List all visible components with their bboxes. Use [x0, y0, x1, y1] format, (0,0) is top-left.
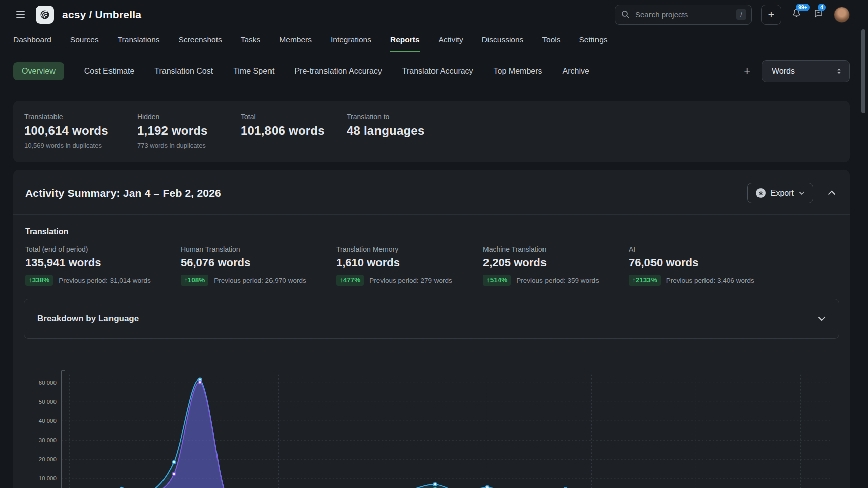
stat-label: Translation Memory [336, 245, 483, 253]
stat-human-translation: Human Translation 56,076 words ↑108% Pre… [181, 245, 336, 286]
stat-value: 1,610 words [336, 256, 483, 269]
stat-value: 101,806 words [241, 124, 347, 138]
top-bar: acsy / Umbrella / + 99+ 4 [0, 0, 868, 29]
nav-tab-discussions[interactable]: Discussions [482, 35, 524, 52]
stat-value: 2,205 words [483, 256, 629, 269]
previous-period: Previous period: 359 words [516, 277, 599, 284]
notifications-button[interactable]: 99+ [790, 7, 803, 22]
menu-icon[interactable] [13, 8, 28, 21]
search-input[interactable] [615, 10, 736, 19]
stat-note: 10,569 words in duplicates [24, 142, 137, 149]
svg-text:60 000: 60 000 [39, 380, 57, 386]
svg-text:10 000: 10 000 [39, 475, 57, 481]
collapse-section-button[interactable] [826, 187, 838, 199]
nav-tab-screenshots[interactable]: Screenshots [179, 35, 222, 52]
breakdown-label: Breakdown by Language [37, 314, 139, 324]
subnav-tab-translation-cost[interactable]: Translation Cost [154, 62, 213, 80]
stat-value: 135,941 words [25, 256, 181, 269]
subnav-tab-time-spent[interactable]: Time Spent [233, 62, 274, 80]
stat-value: 76,050 words [629, 256, 754, 269]
activity-summary-title: Activity Summary: Jan 4 – Feb 2, 2026 [25, 187, 221, 199]
subnav-tab-cost-estimate[interactable]: Cost Estimate [84, 62, 135, 80]
subnav-tab-pretranslation-accuracy[interactable]: Pre-translation Accuracy [294, 62, 382, 80]
topbar-actions: / + 99+ 4 [615, 5, 850, 25]
stat-label: Total [241, 113, 347, 121]
notifications-badge: 99+ [796, 4, 810, 11]
stat-label: Hidden [137, 113, 241, 121]
chevron-down-icon [818, 316, 826, 321]
stat-label: Translation to [347, 113, 424, 121]
nav-tab-settings[interactable]: Settings [579, 35, 608, 52]
chevron-up-icon [828, 190, 836, 195]
delta-badge: ↑514% [483, 275, 511, 286]
subnav-tab-archive[interactable]: Archive [563, 62, 589, 80]
messages-button[interactable]: 4 [812, 7, 825, 22]
svg-text:40 000: 40 000 [39, 418, 57, 424]
stat-value: 48 languages [347, 124, 424, 138]
stat-value: 100,614 words [24, 124, 137, 138]
stat-label: Translatable [24, 113, 137, 121]
subnav-tab-top-members[interactable]: Top Members [494, 62, 542, 80]
unit-select-value: Words [772, 67, 835, 76]
delta-badge: ↑338% [25, 275, 53, 286]
stat-value: 56,076 words [181, 256, 336, 269]
nav-tab-tasks[interactable]: Tasks [241, 35, 261, 52]
translation-stats-row: Total (end of period) 135,941 words ↑338… [13, 236, 850, 286]
export-button[interactable]: Export [747, 183, 813, 203]
stat-machine-translation: Machine Translation 2,205 words ↑514% Pr… [483, 245, 629, 286]
nav-tab-reports[interactable]: Reports [390, 35, 420, 52]
nav-tab-translations[interactable]: Translations [118, 35, 160, 52]
main-nav: Dashboard Sources Translations Screensho… [0, 29, 868, 52]
stat-value: 1,192 words [137, 124, 241, 138]
stat-translation-to: Translation to 48 languages [347, 113, 424, 149]
subnav-tab-translator-accuracy[interactable]: Translator Accuracy [402, 62, 473, 80]
org-logo[interactable] [36, 6, 54, 24]
search-box: / [615, 5, 752, 25]
stat-total-end-of-period: Total (end of period) 135,941 words ↑338… [25, 245, 181, 286]
org-logo-icon [39, 9, 50, 20]
add-report-button[interactable]: + [744, 66, 750, 77]
unit-select[interactable]: Words [762, 60, 850, 82]
activity-summary-card: Activity Summary: Jan 4 – Feb 2, 2026 Ex… [13, 170, 850, 488]
project-title: acsy / Umbrella [62, 9, 141, 21]
page-scrollbar[interactable] [861, 29, 865, 113]
delta-badge: ↑108% [181, 275, 208, 286]
main-content: Translatable 100,614 words 10,569 words … [0, 101, 868, 488]
nav-tab-tools[interactable]: Tools [542, 35, 560, 52]
previous-period: Previous period: 31,014 words [59, 277, 150, 284]
delta-badge: ↑477% [336, 275, 364, 286]
reports-subnav: Overview Cost Estimate Translation Cost … [0, 52, 868, 90]
previous-period: Previous period: 26,970 words [214, 277, 306, 284]
nav-tab-integrations[interactable]: Integrations [331, 35, 371, 52]
stat-label: Human Translation [181, 245, 336, 253]
subnav-tab-overview[interactable]: Overview [13, 62, 64, 80]
subnav-actions: + Words [744, 60, 850, 82]
nav-tab-sources[interactable]: Sources [70, 35, 99, 52]
stat-label: Machine Translation [483, 245, 629, 253]
svg-text:50 000: 50 000 [39, 399, 57, 405]
nav-tab-activity[interactable]: Activity [439, 35, 463, 52]
user-avatar[interactable] [834, 7, 850, 23]
stat-label: AI [629, 245, 754, 253]
messages-badge: 4 [818, 4, 826, 11]
create-button[interactable]: + [761, 5, 781, 25]
translation-section-title: Translation [13, 215, 850, 236]
nav-tab-dashboard[interactable]: Dashboard [13, 35, 51, 52]
search-shortcut-hint: / [736, 9, 746, 20]
download-icon [756, 188, 766, 198]
stat-ai: AI 76,050 words ↑2133% Previous period: … [629, 245, 754, 286]
caret-down-icon [799, 191, 805, 195]
nav-tab-members[interactable]: Members [279, 35, 312, 52]
activity-chart-svg: 010 00020 00030 00040 00050 00060 0004 J… [20, 350, 845, 488]
previous-period: Previous period: 3,406 words [666, 277, 754, 284]
delta-badge: ↑2133% [629, 275, 661, 286]
svg-text:20 000: 20 000 [39, 456, 57, 462]
stat-label: Total (end of period) [25, 245, 181, 253]
project-words-summary-card: Translatable 100,614 words 10,569 words … [13, 101, 850, 162]
stat-total: Total 101,806 words [241, 113, 347, 149]
svg-text:30 000: 30 000 [39, 437, 57, 443]
breakdown-by-language-toggle[interactable]: Breakdown by Language [24, 299, 839, 339]
previous-period: Previous period: 279 words [369, 277, 452, 284]
export-label: Export [771, 189, 794, 198]
activity-chart: 010 00020 00030 00040 00050 00060 0004 J… [20, 350, 845, 488]
